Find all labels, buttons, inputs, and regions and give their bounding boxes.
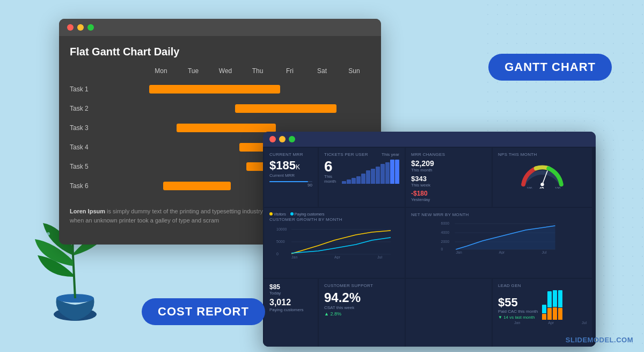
paid-cac-change: ▼ 14 vs last month: [498, 315, 538, 320]
csat-label: CSAT this week: [324, 305, 399, 310]
current-mrr-value: $185K: [269, 159, 312, 172]
gantt-day-headers: Mon Tue Wed Thu Fri Sat Sun: [59, 64, 381, 77]
task-1-bar-area: [145, 83, 370, 95]
growth-label: Customer growth by month: [269, 217, 399, 222]
maximize-button[interactable]: [87, 24, 94, 31]
minimize-button[interactable]: [77, 24, 84, 31]
gantt-chart-label: GANTT CHART: [488, 54, 612, 81]
svg-text:-100: -100: [525, 186, 532, 189]
task-row-2: Task 2: [59, 99, 381, 118]
mrr-today-label: Today: [269, 291, 312, 296]
svg-text:4000: 4000: [441, 231, 450, 234]
svg-text:Jan: Jan: [456, 250, 462, 254]
svg-text:Jan: Jan: [291, 255, 297, 259]
svg-text:Jul: Jul: [377, 255, 382, 259]
dashboard-window: Current MRR $185K Current MRR 90 Tickets…: [263, 132, 596, 347]
net-mrr-chart-svg: 6000 4000 2000 0 Jan Apr Jul: [411, 219, 587, 254]
svg-marker-26: [456, 226, 555, 249]
lead-gen-label: Lead gen: [498, 283, 587, 288]
support-label: Customer support: [324, 283, 399, 288]
mrr-this-month-label: This month: [411, 168, 486, 173]
gantt-chart-title: Flat Gantt Chart Daily: [59, 36, 381, 64]
svg-text:5000: 5000: [276, 240, 285, 243]
mrr-this-week-value: $343: [411, 175, 486, 183]
paid-cac-label: Paid CAC this month: [498, 309, 538, 314]
task-5-label: Task 5: [70, 163, 145, 170]
nps-gauge: -100 100 45: [498, 159, 587, 189]
net-mrr-cell: Net new MRR by month 6000 4000 2000 0 Ja…: [406, 208, 592, 278]
mrr-this-month-value: $2,209: [411, 159, 486, 168]
visitors-legend: Visitors: [269, 212, 286, 216]
close-button[interactable]: [67, 24, 74, 31]
tickets-bar-chart: [342, 160, 399, 184]
current-mrr-label: Current MRR: [269, 152, 312, 157]
nps-label: NPS this month: [498, 152, 587, 157]
svg-text:0: 0: [276, 252, 279, 256]
paying-customers-value: 3,012: [269, 298, 312, 307]
tickets-value: 6: [324, 159, 338, 174]
lead-gen-x-axis: JanAprJul: [498, 321, 587, 325]
task-3-label: Task 3: [70, 124, 145, 132]
dash-minimize-button[interactable]: [279, 136, 286, 142]
task-4-label: Task 4: [70, 143, 145, 151]
task-2-label: Task 2: [70, 105, 145, 112]
task-3-bar: [177, 124, 276, 132]
customer-support-cell: Customer support 94.2% CSAT this week ▲ …: [319, 279, 405, 347]
customer-growth-cell: Visitors Paying customers Customer growt…: [264, 208, 405, 278]
watermark: SLIDEMODEL.COM: [566, 336, 633, 344]
svg-text:100: 100: [555, 186, 561, 189]
svg-point-2: [47, 232, 50, 235]
task-2-bar-area: [145, 103, 370, 114]
tickets-label: Tickets per user: [324, 152, 368, 157]
tickets-per-user-cell: Tickets per user This year 6 This month: [319, 148, 405, 207]
task-1-bar: [149, 85, 280, 94]
current-mrr-cell: Current MRR $185K Current MRR 90: [264, 148, 318, 207]
gantt-day-fri: Fri: [274, 64, 306, 77]
gantt-day-tue: Tue: [177, 64, 209, 77]
dashboard-titlebar: [263, 132, 596, 147]
tickets-this-year: This year: [382, 152, 399, 159]
dash-close-button[interactable]: [269, 136, 276, 142]
mrr-today-cell: $85 Today 3,012 Paying customers: [264, 279, 318, 347]
csat-change: ▲ 2.8%: [324, 311, 399, 317]
mrr-this-week-label: This week: [411, 183, 486, 188]
gantt-day-sun: Sun: [338, 64, 370, 77]
task-2-bar: [235, 104, 336, 113]
gantt-day-mon: Mon: [145, 64, 177, 77]
task-row-1: Task 1: [59, 80, 381, 98]
svg-text:2000: 2000: [441, 240, 450, 243]
svg-text:0: 0: [441, 247, 443, 251]
mrr-changes-cell: MRR changes $2,209 This month $343 This …: [406, 148, 492, 207]
gantt-day-wed: Wed: [209, 64, 241, 77]
cost-report-label: COST REPORT: [142, 298, 265, 325]
visitor-map-cell: [406, 279, 492, 347]
dash-maximize-button[interactable]: [289, 136, 295, 142]
mrr-today-value: $85: [269, 283, 312, 291]
gantt-day-sat: Sat: [306, 64, 338, 77]
svg-text:Apr: Apr: [334, 255, 341, 259]
current-mrr-progress: [269, 181, 312, 182]
mrr-changes-label: MRR changes: [411, 152, 486, 157]
gantt-day-thu: Thu: [241, 64, 274, 77]
task-1-label: Task 1: [70, 85, 145, 93]
svg-text:Jul: Jul: [542, 250, 547, 254]
task-6-label: Task 6: [70, 182, 145, 190]
svg-text:10000: 10000: [276, 227, 287, 231]
nps-cell: NPS this month -100 100 45: [493, 148, 592, 207]
mrr-yesterday-value: -$180: [411, 190, 486, 197]
growth-chart-svg: 10000 5000 0 Jan Apr Jul: [269, 224, 399, 259]
paid-cac-value: $55: [498, 296, 538, 309]
task-6-bar: [163, 182, 231, 190]
paying-customers-label: Paying customers: [269, 307, 312, 312]
growth-chart-legend: Visitors Paying customers: [269, 212, 399, 216]
svg-text:Apr: Apr: [499, 250, 506, 254]
csat-value: 94.2%: [324, 290, 399, 305]
current-mrr-progress-fill: [269, 181, 308, 182]
svg-text:6000: 6000: [441, 221, 450, 225]
paying-legend: Paying customers: [290, 212, 325, 216]
current-mrr-percent: 90: [269, 183, 312, 188]
svg-text:45: 45: [539, 186, 544, 189]
net-mrr-label: Net new MRR by month: [411, 212, 587, 217]
lead-gen-bars: [542, 290, 587, 320]
dashboard-grid: Current MRR $185K Current MRR 90 Tickets…: [263, 147, 596, 347]
